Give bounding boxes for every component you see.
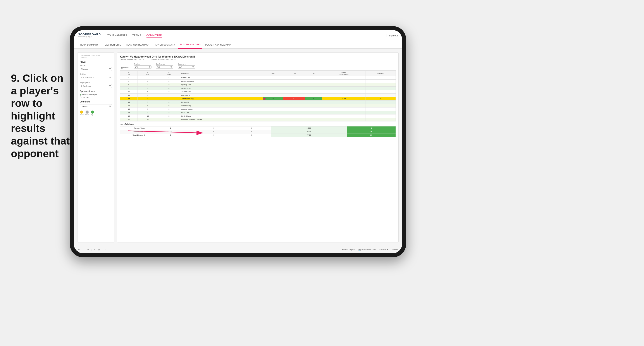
ood-table-row[interactable]: NCAA Division 25007.40010 [120, 133, 396, 137]
colour-by-select[interactable]: Win/loss [80, 104, 112, 108]
nav-tournaments[interactable]: TOURNAMENTS [108, 33, 127, 38]
legend-down: Down [80, 111, 84, 116]
refresh-button[interactable]: ↻ [104, 248, 107, 251]
sub-nav-team-h2h-heatmap[interactable]: TEAM H2H HEATMAP [124, 41, 151, 49]
table-cell [365, 111, 396, 115]
table-row[interactable]: 1822Euna Lee [120, 111, 396, 115]
table-cell: 1 [138, 87, 158, 90]
watch-button[interactable]: 👁 Watch ▾ [378, 248, 388, 251]
sub-nav-team-h2h-grid[interactable]: TEAM H2H GRID [102, 41, 123, 49]
undo-button[interactable]: ↩ [77, 248, 80, 251]
table-row[interactable]: 613Sydney Kuo [120, 83, 396, 87]
share-button[interactable]: ⤢ Share [390, 248, 399, 251]
table-cell: 5 [158, 104, 180, 108]
ood-table-cell: 15 [146, 130, 195, 133]
table-row[interactable]: 1585Stella Cheng [120, 104, 396, 108]
col-header-conf: #Conf [158, 71, 180, 76]
ood-table-cell: 30 [347, 130, 396, 133]
conference-select[interactable]: (All) [156, 65, 173, 69]
table-cell: 8 [138, 104, 158, 108]
table-cell [283, 83, 305, 87]
table-cell [365, 115, 396, 118]
sub-nav-team-summary[interactable]: TEAM SUMMARY [78, 41, 100, 49]
table-cell: 15 [120, 104, 138, 108]
table-cell [365, 76, 396, 80]
ood-table-cell: 7.400 [271, 133, 347, 137]
save-custom-view-button[interactable]: 💾 Save Custom View [358, 248, 376, 251]
sub-nav-player-h2h-heatmap[interactable]: PLAYER H2H HEATMAP [204, 41, 232, 49]
legend: Down Level Up [80, 111, 112, 116]
table-cell: 18 [120, 111, 138, 115]
table-cell [263, 90, 283, 94]
table-cell: Haejo Hyun [180, 94, 263, 97]
table-cell: 1 [138, 83, 158, 87]
table-cell [263, 76, 283, 80]
legend-up: Up [91, 111, 94, 116]
opponent-select[interactable]: (All) [178, 65, 195, 69]
table-cell [365, 90, 396, 94]
ood-table-cell: 2 [347, 127, 396, 130]
radio-circle-1 [80, 94, 82, 96]
report-title: Katelyn Vo Head-to-Head Grid for Women's… [120, 55, 396, 58]
table-row[interactable]: 1063Andrea York [120, 90, 396, 94]
table-row[interactable]: 20117Federica Domecq Lacroze [120, 118, 396, 121]
redo-button[interactable]: ↪ [82, 248, 85, 251]
radio-top100[interactable]: Top 100 [80, 96, 112, 98]
table-cell [365, 101, 396, 104]
table-cell: 19 [120, 115, 138, 118]
table-row[interactable]: 19106Emily Chang [120, 115, 396, 118]
table-cell: Euna Lee [180, 111, 263, 115]
ood-table-cell: 0 [233, 127, 271, 130]
legend-dot-up [91, 111, 94, 114]
table-row[interactable]: 131Haejo Hyun [120, 94, 396, 97]
ood-table-row[interactable]: Foreign Team1004.5002 [120, 127, 396, 130]
region-select[interactable]: (All) [134, 65, 152, 69]
table-cell: 6 [138, 90, 158, 94]
radio-opponents-played[interactable]: Opponents Played [80, 94, 112, 96]
nav-committee[interactable]: COMMITTEE [146, 33, 162, 38]
table-cell [138, 76, 158, 80]
legend-dot-level [86, 111, 89, 114]
table-row[interactable]: 914Sharon Mun [120, 87, 396, 90]
region-filter: Region (All) [134, 63, 152, 69]
table-cell [365, 83, 396, 87]
table-cell [305, 94, 322, 97]
gender-select[interactable]: Women's [80, 67, 112, 71]
table-cell [305, 76, 322, 80]
table-cell: 2 [158, 111, 180, 115]
table-row[interactable]: 131Jessica Huang010-3.002 [120, 97, 396, 101]
table-cell: 3 [158, 90, 180, 94]
table-cell: Jessica Mason [180, 108, 263, 111]
table-cell: -3.00 [322, 97, 366, 101]
copy-button[interactable]: ⧉ [93, 248, 96, 251]
ood-table-cell: 0 [195, 127, 233, 130]
sign-out-link[interactable]: Sign out [389, 34, 398, 37]
table-cell [263, 115, 283, 118]
table-row[interactable]: 1691Jessica Mason [120, 108, 396, 111]
sub-nav-player-summary[interactable]: PLAYER SUMMARY [152, 41, 177, 49]
division-select[interactable]: NCAA Division III [80, 76, 112, 79]
table-cell [283, 115, 305, 118]
table-row[interactable]: 31Esther Lee [120, 76, 396, 80]
view-original-button[interactable]: 👁 View: Original [341, 248, 356, 251]
table-cell: 2 [158, 80, 180, 83]
table-row[interactable]: 1474Eunice Yi [120, 101, 396, 104]
player-rank-select[interactable]: 8. Katelyn Vo [80, 84, 112, 88]
division-section: Division NCAA Division III [80, 73, 112, 79]
table-cell: 6 [120, 83, 138, 87]
sub-nav-player-h2h-grid[interactable]: PLAYER H2H GRID [178, 41, 202, 49]
ood-table-row[interactable]: NAIA Division 115009.26730 [120, 130, 396, 133]
table-row[interactable]: 522Alexis Sudjianto [120, 80, 396, 83]
col-header-loss: Loss [283, 71, 305, 76]
paste-button[interactable]: ⊡ [97, 248, 101, 251]
main-content: Last Updated: 27/03/2024 16:55:38 Player… [74, 49, 402, 246]
out-of-division-section: Out of division Foreign Team1004.5002NAI… [120, 123, 396, 137]
table-cell: 2 [138, 111, 158, 115]
table-cell: 7 [138, 101, 158, 104]
table-cell [305, 101, 322, 104]
ood-table-cell: 1 [146, 127, 195, 130]
col-header-reg: #Reg [138, 71, 158, 76]
ood-table-cell: 10 [347, 133, 396, 137]
nav-teams[interactable]: TEAMS [132, 33, 141, 38]
redo2-button[interactable]: ↩ [86, 248, 90, 251]
